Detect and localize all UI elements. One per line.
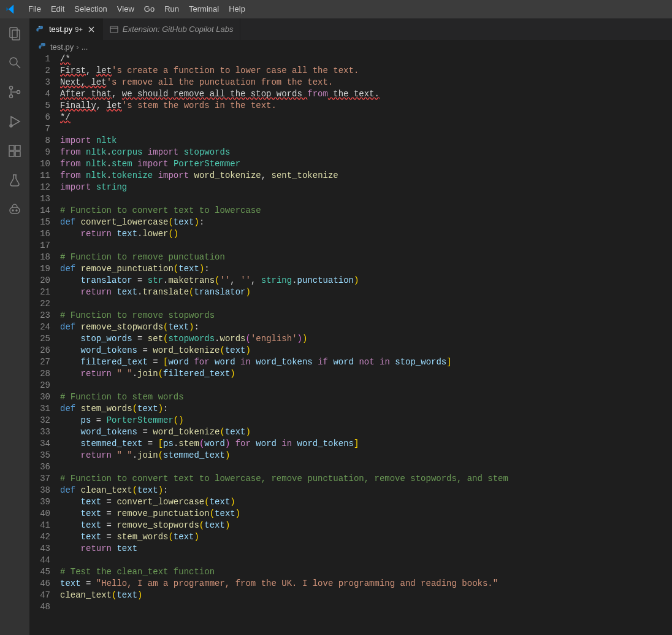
line-number: 20 <box>29 275 50 287</box>
line-number: 47 <box>29 590 50 601</box>
code-editor[interactable]: 1234567891011121314151617181920212223242… <box>29 53 672 635</box>
tab-extension-copilot-labs[interactable]: Extension: GitHub Copilot Labs <box>103 18 240 40</box>
line-number: 48 <box>29 601 50 613</box>
code-line[interactable]: # Test the clean_text function <box>60 566 672 578</box>
svg-rect-18 <box>110 26 118 33</box>
code-line[interactable]: return " ".join(filtered_text) <box>60 368 672 380</box>
code-line[interactable]: ps = PorterStemmer() <box>60 415 672 426</box>
menu-selection[interactable]: Selection <box>69 0 112 18</box>
code-line[interactable]: from nltk.corpus import stopwords <box>60 147 672 158</box>
code-line[interactable]: Next, let's remove all the punctuation f… <box>60 77 672 88</box>
line-number: 45 <box>29 566 50 578</box>
code-line[interactable]: /* <box>60 53 672 65</box>
code-line[interactable]: def remove_stopwords(text): <box>60 321 672 333</box>
line-number: 41 <box>29 520 50 531</box>
line-number: 42 <box>29 531 50 543</box>
code-line[interactable]: stop_words = set(stopwords.words('englis… <box>60 333 672 345</box>
code-line[interactable]: def remove_punctuation(text): <box>60 263 672 275</box>
editor-group: test.py 9+ Extension: GitHub Copilot Lab… <box>29 18 672 635</box>
code-line[interactable]: def stem_words(text): <box>60 403 672 415</box>
svg-point-13 <box>12 210 13 211</box>
menu-help[interactable]: Help <box>224 0 250 18</box>
code-line[interactable]: # Function to convert text to lowercase,… <box>60 473 672 485</box>
line-number: 6 <box>29 112 50 123</box>
line-number-gutter: 1234567891011121314151617181920212223242… <box>29 53 60 635</box>
search-icon[interactable] <box>0 48 29 77</box>
preview-icon <box>109 25 119 34</box>
code-line[interactable] <box>60 193 672 205</box>
code-line[interactable]: import string <box>60 182 672 193</box>
code-line[interactable]: # Function to convert text to lowercase <box>60 205 672 217</box>
code-line[interactable]: # Function to stem words <box>60 391 672 403</box>
code-line[interactable]: stemmed_text = [ps.stem(word) for word i… <box>60 438 672 450</box>
code-line[interactable]: filtered_text = [word for word in word_t… <box>60 356 672 368</box>
svg-point-14 <box>16 210 17 211</box>
code-line[interactable]: from nltk.tokenize import word_tokenize,… <box>60 170 672 182</box>
code-line[interactable] <box>60 240 672 252</box>
menu-go[interactable]: Go <box>139 0 159 18</box>
line-number: 25 <box>29 333 50 345</box>
code-line[interactable]: return text <box>60 543 672 555</box>
code-line[interactable]: First, let's create a function to lower … <box>60 65 672 77</box>
code-line[interactable]: import nltk <box>60 135 672 147</box>
line-number: 14 <box>29 205 50 217</box>
code-line[interactable]: # Function to remove punctuation <box>60 252 672 263</box>
code-line[interactable]: word_tokens = word_tokenize(text) <box>60 426 672 438</box>
tab-test-py[interactable]: test.py 9+ <box>29 18 103 40</box>
code-content[interactable]: /*First, let's create a function to lowe… <box>60 53 672 635</box>
run-debug-icon[interactable] <box>0 107 29 136</box>
code-line[interactable] <box>60 555 672 566</box>
code-line[interactable] <box>60 298 672 310</box>
menu-view[interactable]: View <box>112 0 139 18</box>
code-line[interactable]: return " ".join(stemmed_text) <box>60 450 672 461</box>
code-line[interactable]: def clean_text(text): <box>60 485 672 496</box>
line-number: 1 <box>29 53 50 65</box>
line-number: 37 <box>29 473 50 485</box>
code-line[interactable]: clean_text(text) <box>60 590 672 601</box>
code-line[interactable] <box>60 461 672 473</box>
line-number: 17 <box>29 240 50 252</box>
code-line[interactable]: text = "Hello, I am a programmer, from t… <box>60 578 672 590</box>
code-line[interactable]: translator = str.maketrans('', '', strin… <box>60 275 672 287</box>
code-line[interactable]: word_tokens = word_tokenize(text) <box>60 345 672 356</box>
menu-edit[interactable]: Edit <box>46 0 69 18</box>
line-number: 36 <box>29 461 50 473</box>
line-number: 23 <box>29 310 50 321</box>
close-icon[interactable] <box>86 25 96 34</box>
code-line[interactable]: Finally, let's stem the words in the tex… <box>60 100 672 112</box>
code-line[interactable] <box>60 601 672 613</box>
svg-point-2 <box>10 58 17 65</box>
copilot-icon[interactable] <box>0 195 29 225</box>
code-line[interactable]: def convert_lowercase(text): <box>60 217 672 228</box>
line-number: 38 <box>29 485 50 496</box>
line-number: 32 <box>29 415 50 426</box>
code-line[interactable]: text = remove_stopwords(text) <box>60 520 672 531</box>
breadcrumb-tail: ... <box>82 42 88 52</box>
line-number: 4 <box>29 88 50 100</box>
code-line[interactable] <box>60 123 672 135</box>
line-number: 24 <box>29 321 50 333</box>
code-line[interactable]: # Function to remove stopwords <box>60 310 672 321</box>
menu-run[interactable]: Run <box>159 0 184 18</box>
code-line[interactable]: return text.translate(translator) <box>60 287 672 298</box>
menu-terminal[interactable]: Terminal <box>184 0 224 18</box>
code-line[interactable]: text = convert_lowercase(text) <box>60 496 672 508</box>
code-line[interactable]: return text.lower() <box>60 228 672 240</box>
explorer-icon[interactable] <box>0 18 29 48</box>
line-number: 10 <box>29 158 50 170</box>
extensions-icon[interactable] <box>0 136 29 166</box>
python-icon <box>36 25 45 34</box>
code-line[interactable]: text = remove_punctuation(text) <box>60 508 672 520</box>
line-number: 9 <box>29 147 50 158</box>
menu-file[interactable]: File <box>23 0 46 18</box>
code-line[interactable]: from nltk.stem import PorterStemmer <box>60 158 672 170</box>
code-line[interactable]: text = stem_words(text) <box>60 531 672 543</box>
breadcrumb[interactable]: test.py › ... <box>29 40 672 53</box>
line-number: 5 <box>29 100 50 112</box>
code-line[interactable]: After that, we should remove all the sto… <box>60 88 672 100</box>
line-number: 18 <box>29 252 50 263</box>
code-line[interactable] <box>60 380 672 391</box>
source-control-icon[interactable] <box>0 77 29 107</box>
testing-icon[interactable] <box>0 166 29 195</box>
code-line[interactable]: */ <box>60 112 672 123</box>
